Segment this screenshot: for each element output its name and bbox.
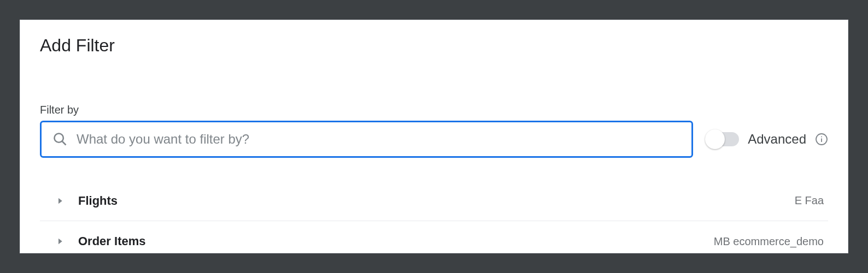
toggle-knob — [705, 129, 725, 149]
list-item[interactable]: Flights E Faa — [40, 181, 828, 221]
info-icon[interactable] — [815, 133, 828, 146]
advanced-toggle-group: Advanced — [706, 132, 828, 147]
advanced-label: Advanced — [748, 132, 806, 147]
advanced-toggle[interactable] — [706, 132, 739, 146]
filter-search-input[interactable] — [77, 132, 681, 147]
list-item-meta: MB ecommerce_demo — [714, 235, 824, 248]
add-filter-dialog: Add Filter Filter by Advanced — [20, 20, 848, 253]
filter-by-label: Filter by — [40, 104, 828, 116]
list-item-meta: E Faa — [795, 194, 824, 207]
dialog-title: Add Filter — [40, 35, 828, 56]
svg-line-1 — [62, 141, 66, 145]
search-box[interactable] — [40, 121, 693, 158]
search-icon — [52, 132, 68, 147]
list-item-label: Order Items — [78, 234, 714, 248]
svg-point-4 — [821, 136, 822, 138]
list-item[interactable]: Order Items MB ecommerce_demo — [40, 221, 828, 253]
chevron-right-icon — [55, 236, 65, 246]
svg-point-0 — [55, 134, 63, 143]
list-item-label: Flights — [78, 194, 795, 208]
filter-source-list: Flights E Faa Order Items MB ecommerce_d… — [40, 181, 828, 253]
search-row: Advanced — [40, 121, 828, 158]
chevron-right-icon — [55, 196, 65, 206]
